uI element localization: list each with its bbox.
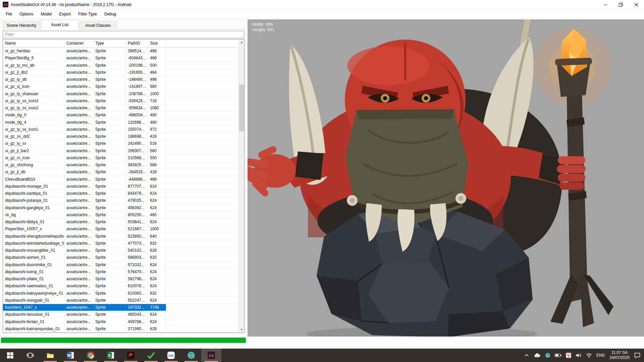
minimize-button[interactable] — [598, 0, 613, 9]
cell-size: 624 — [148, 268, 166, 275]
cell-pathid: -191655... — [126, 69, 148, 76]
scroll-down-arrow-icon[interactable]: ▼ — [239, 327, 245, 333]
garena-button[interactable] — [121, 349, 141, 362]
menu-item-model[interactable]: Model — [37, 10, 56, 18]
word-button[interactable]: W — [60, 349, 80, 362]
table-row-selected[interactable]: IconHero_1047_sassets/artre...Sprite1973… — [3, 304, 238, 311]
language-indicator[interactable]: ENG — [596, 353, 605, 358]
table-row[interactable]: diqubiaoshi-fenlan_01assets/artre...Spri… — [3, 318, 238, 325]
table-row[interactable]: diqubiaoshi-monage_01assets/artre...Spri… — [3, 183, 238, 190]
onedrive-tray-icon[interactable] — [533, 353, 541, 358]
column-header-pathid[interactable]: PathID — [126, 40, 148, 48]
cell-filler — [166, 48, 238, 54]
unikey-tray-icon[interactable]: V — [566, 353, 571, 358]
menu-item-filter-type[interactable]: Filter Type — [74, 10, 101, 18]
table-row[interactable]: ui_gz_rs_iconassets/artre...Sprite310566… — [3, 155, 238, 162]
restore-button[interactable] — [613, 0, 629, 9]
cell-type: Sprite — [93, 147, 126, 154]
tab-scene-hierarchy[interactable]: Scene Hierarchy — [3, 21, 40, 29]
file-explorer-button[interactable] — [40, 349, 60, 362]
svg-text:X: X — [108, 353, 111, 358]
cell-container: assets/artre... — [64, 90, 93, 97]
column-header-size[interactable]: Size — [148, 40, 166, 48]
cell-container: assets/artre... — [64, 311, 93, 318]
battery-tray-icon[interactable] — [555, 353, 561, 357]
table-row[interactable]: ui_gz_jl_bar2assets/artre...Sprite299307… — [3, 147, 238, 155]
table-row[interactable]: diqubiaoshi-kaimanqundao_01assets/artre.… — [3, 325, 238, 333]
column-header-name[interactable]: Name — [3, 40, 64, 48]
table-row[interactable]: ui_gz_ty_sx_icon2assets/artre...Sprite-9… — [3, 105, 238, 112]
checkmark-app-button[interactable] — [141, 349, 161, 362]
table-row[interactable]: ui_gz_ty_sxassets/artre...Sprite242490..… — [3, 140, 238, 147]
tab-asset-list[interactable]: Asset List — [41, 20, 78, 29]
table-row[interactable]: mode_bg_4assets/artre...Sprite132696...4… — [3, 119, 238, 126]
table-row[interactable]: ui_gz_ty_sx_icon1assets/artre...Sprite15… — [3, 126, 238, 133]
table-row[interactable]: diqubiaoshi-libiliya_01assets/artre...Sp… — [3, 219, 238, 226]
action-center-button[interactable] — [634, 352, 641, 358]
idm-button[interactable] — [181, 349, 201, 362]
table-row[interactable]: ck_bgassets/artre...Sprite805250...460 — [3, 212, 238, 219]
cell-container: assets/artre... — [64, 140, 93, 147]
table-row[interactable]: diqubiaoshi-gangbiya_01assets/artre...Sp… — [3, 204, 238, 212]
filter-input[interactable] — [3, 31, 244, 38]
menu-item-export[interactable]: Export — [55, 10, 74, 18]
cell-name: diqubiaoshi-babuyaxinjineiya_01 — [3, 290, 64, 297]
table-row[interactable]: PlayerSkinBg_5assets/artre...Sprite-6048… — [3, 55, 238, 62]
table-row[interactable]: diqubiaoshi-babuyaxinjineiya_01assets/ar… — [3, 290, 238, 297]
table-row[interactable]: ui_gz_hentiaoassets/artre...Sprite386514… — [3, 48, 238, 55]
cell-size: 428 — [148, 169, 166, 175]
tab-asset-classes[interactable]: Asset Classes — [79, 21, 117, 29]
cell-name: ui_gz_jl_db — [3, 169, 64, 175]
table-row[interactable]: diqubiaoshi-xiongyali_01assets/artre...S… — [3, 297, 238, 304]
menu-item-options[interactable]: Options — [16, 10, 37, 18]
table-row[interactable]: diqubiaoshi-putaoya_01assets/artre...Spr… — [3, 197, 238, 204]
column-header-type[interactable]: Type — [93, 40, 126, 48]
table-row[interactable]: ui_gz_ss_dd2assets/artre...Sprite186698.… — [3, 133, 238, 140]
table-row[interactable]: ui_gz_jl_db2assets/artre...Sprite-191655… — [3, 69, 238, 76]
wifi-tray-icon[interactable] — [586, 353, 592, 358]
table-row[interactable]: mode_bg_0assets/artre...Sprite-486004...… — [3, 112, 238, 119]
volume-tray-icon[interactable] — [576, 353, 582, 358]
cell-size: 716 — [148, 98, 166, 104]
table-row[interactable]: diqubiaoshi-duominike_01assets/artre...S… — [3, 261, 238, 268]
vertical-scrollbar[interactable]: ▲ ▼ — [238, 40, 244, 333]
table-row[interactable]: PlayerSkin_10057_sassets/artre...Sprite5… — [3, 226, 238, 233]
task-view-button[interactable] — [20, 349, 40, 362]
table-row[interactable]: diqubiaoshi-shengduomeihepulin...assets/… — [3, 233, 238, 240]
menu-item-file[interactable]: File — [2, 10, 16, 18]
windows-start-icon — [6, 351, 14, 359]
table-row[interactable]: diqubiaoshi-laisuotuo_01assets/artre...S… — [3, 311, 238, 318]
cell-pathid: 523850... — [126, 233, 148, 240]
taskbar-clock[interactable]: 11:07 SA 24/07/2020 — [609, 350, 630, 360]
table-row[interactable]: ui_gz_ty_sx_icon3assets/artre...Sprite-9… — [3, 98, 238, 105]
asset-studio-button[interactable]: AS — [201, 349, 221, 362]
start-button[interactable] — [0, 349, 20, 362]
table-row[interactable]: ui_gz_ty_ms_dbassets/artre...Sprite-2002… — [3, 62, 238, 69]
zalo-button[interactable]: Zalo — [161, 349, 181, 362]
panel-splitter[interactable] — [245, 19, 248, 337]
cell-pathid: 310566... — [126, 155, 148, 161]
idm-tray-icon[interactable] — [545, 353, 550, 358]
tray-expand-button[interactable] — [524, 354, 529, 357]
table-row[interactable]: diqubiaoshi-tuerqi_01assets/artre...Spri… — [3, 268, 238, 276]
excel-icon: X — [106, 351, 115, 360]
table-row[interactable]: diqubiaoshi-mosangbike_01assets/artre...… — [3, 247, 238, 254]
close-button[interactable] — [629, 0, 644, 9]
table-row[interactable]: diqubiaoshi-telinidaheduobage_01assets/a… — [3, 240, 238, 247]
table-row[interactable]: ui_gz_shizhongassets/artre...Sprite38392… — [3, 162, 238, 169]
column-header-container[interactable]: Container — [64, 40, 93, 48]
table-row[interactable]: ChessBoardBG3assets/artre...Sprite-44886… — [3, 176, 238, 183]
table-row[interactable]: diqubiaoshi-saerwaduo_01assets/artre...S… — [3, 283, 238, 290]
table-row[interactable]: ui_gz_ty_dbassets/artre...Sprite-166480.… — [3, 76, 238, 83]
excel-button[interactable]: X — [101, 349, 121, 362]
table-row[interactable]: ui_gz_ty_shaixuanassets/artre...Sprite-1… — [3, 90, 238, 98]
chrome-button[interactable] — [80, 349, 101, 362]
scroll-up-arrow-icon[interactable]: ▲ — [239, 40, 245, 45]
scrollbar-thumb[interactable] — [239, 84, 244, 131]
table-row[interactable]: diqubiaoshi-aomen_01assets/artre...Sprit… — [3, 254, 238, 261]
table-row[interactable]: diqubiaoshi-yilake_01assets/artre...Spri… — [3, 276, 238, 283]
table-row[interactable]: diqubiaoshi-zanbiya_01assets/artre...Spr… — [3, 190, 238, 197]
table-row[interactable]: ui_gz_sj_iconassets/artre...Sprite-14189… — [3, 83, 238, 90]
table-row[interactable]: ui_gz_jl_dbassets/artre...Sprite-284533.… — [3, 169, 238, 176]
menu-item-debug[interactable]: Debug — [101, 10, 120, 18]
